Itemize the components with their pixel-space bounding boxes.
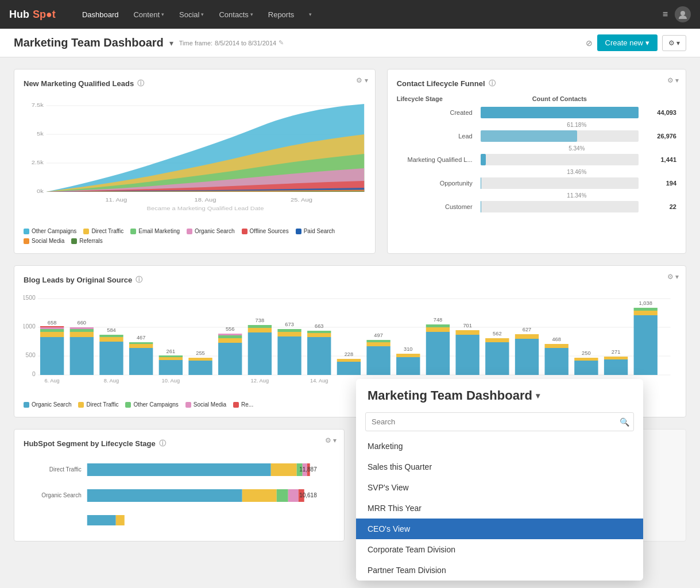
svg-rect-81 [485, 342, 509, 375]
svg-text:660: 660 [78, 320, 87, 326]
nav-reports[interactable]: Reports [262, 7, 300, 22]
svg-rect-109 [87, 463, 271, 476]
svg-rect-116 [87, 489, 242, 502]
funnel-count-lead: 26,976 [642, 133, 676, 140]
segment-info-icon[interactable]: ⓘ [159, 439, 166, 448]
svg-rect-64 [337, 362, 361, 375]
dropdown-chevron-icon[interactable]: ▾ [536, 391, 540, 400]
svg-text:25. Aug: 25. Aug [291, 197, 312, 203]
page-header: Marketing Team Dashboard ▾ Time frame: 8… [0, 29, 700, 57]
funnel-pct-lead: 61.18% [397, 122, 676, 128]
funnel-label-customer: Customer [397, 203, 477, 210]
nav-contacts[interactable]: Contacts ▾ [213, 7, 258, 22]
svg-rect-91 [574, 358, 598, 361]
leads-info-icon[interactable]: ⓘ [137, 79, 144, 88]
svg-rect-29 [70, 329, 94, 332]
funnel-col3 [642, 95, 676, 102]
nav-social[interactable]: Social ▾ [173, 7, 210, 22]
svg-rect-37 [129, 344, 153, 348]
svg-text:0k: 0k [37, 188, 44, 194]
funnel-bar-mql [481, 154, 639, 165]
nav-dashboard[interactable]: Dashboard [76, 7, 125, 22]
svg-rect-75 [426, 327, 450, 332]
svg-rect-24 [40, 327, 64, 329]
svg-text:10,618: 10,618 [299, 492, 317, 498]
leads-card-gear[interactable]: ⚙ ▾ [356, 76, 368, 84]
svg-text:11,887: 11,887 [299, 466, 317, 473]
funnel-card-title: Contact Lifecycle Funnel ⓘ [397, 79, 676, 88]
bar-legend-social: Social Media [185, 401, 226, 408]
dropdown-item-sales[interactable]: Sales this Quarter [356, 457, 643, 477]
leads-card-title: New Marketing Qualified Leads ⓘ [24, 79, 366, 88]
svg-text:556: 556 [226, 326, 235, 332]
navbar: HubSp●t Dashboard Content ▾ Social ▾ Con… [0, 0, 700, 29]
funnel-row-opp: 13.46% Opportunity 194 [397, 169, 676, 189]
funnel-label-opp: Opportunity [397, 180, 477, 187]
svg-rect-76 [426, 324, 450, 327]
dropdown-item-mrr[interactable]: MRR This Year [356, 498, 643, 519]
dropdown-item-corporate[interactable]: Corporate Team Division [356, 539, 643, 553]
svg-rect-52 [248, 332, 272, 375]
svg-text:701: 701 [463, 323, 472, 328]
svg-rect-118 [277, 489, 288, 502]
blog-leads-title: Blog Leads by Original Source ⓘ [24, 275, 676, 285]
funnel-row-created: Created 44,093 [397, 107, 676, 118]
svg-rect-62 [307, 331, 331, 333]
funnel-count-opp: 194 [642, 180, 676, 187]
funnel-title-text: Contact Lifecycle Funnel [397, 79, 485, 88]
funnel-card-gear[interactable]: ⚙ ▾ [667, 76, 679, 84]
area-chart: 7.5k 5k 2.5k 0k [24, 95, 366, 223]
svg-rect-96 [634, 315, 658, 375]
search-icon: 🔍 [620, 417, 629, 427]
nav-reports-chevron[interactable]: ▾ [303, 7, 318, 22]
logo[interactable]: HubSp●t [9, 9, 56, 21]
svg-text:627: 627 [523, 327, 532, 332]
svg-rect-84 [515, 339, 539, 375]
svg-text:663: 663 [315, 323, 324, 329]
page-header-right: ⊘ Create new ▾ ⚙ ▾ [586, 34, 686, 51]
area-chart-legend: Other Campaigns Direct Traffic Email Mar… [24, 228, 366, 244]
dropdown-item-svp[interactable]: SVP's View [356, 477, 643, 498]
segment-card-gear[interactable]: ⚙ ▾ [325, 436, 337, 444]
dropdown-title-label: Marketing Team Dashboard [368, 388, 532, 403]
funnel-label-created: Created [397, 109, 477, 116]
page-title-chevron[interactable]: ▾ [169, 38, 173, 48]
edit-icon[interactable]: ✎ [279, 39, 284, 47]
dropdown-list: Marketing Sales this Quarter SVP's View … [356, 436, 643, 553]
hamburger-icon[interactable]: ≡ [663, 9, 668, 20]
funnel-pct-customer: 11.34% [397, 192, 676, 199]
blog-info-icon[interactable]: ⓘ [136, 275, 142, 285]
legend-organic-search: Organic Search [187, 228, 234, 234]
funnel-info-icon[interactable]: ⓘ [489, 79, 496, 88]
svg-text:310: 310 [404, 346, 413, 352]
blog-card-gear[interactable]: ⚙ ▾ [667, 273, 679, 281]
svg-text:748: 748 [434, 317, 443, 323]
user-avatar[interactable] [675, 6, 691, 22]
nav-content[interactable]: Content ▾ [127, 7, 170, 22]
top-cards-row: New Marketing Qualified Leads ⓘ ⚙ ▾ 7.5k… [14, 69, 686, 254]
svg-rect-30 [70, 327, 94, 329]
svg-rect-48 [218, 338, 242, 343]
dropdown-item-marketing[interactable]: Marketing [356, 436, 643, 457]
segment-card-title: HubSpot Segment by Lifecycle Stage ⓘ [24, 439, 335, 448]
leads-card: New Marketing Qualified Leads ⓘ ⚙ ▾ 7.5k… [14, 69, 376, 254]
svg-text:673: 673 [285, 322, 294, 327]
create-chevron-icon: ▾ [645, 38, 649, 47]
svg-rect-54 [248, 325, 272, 328]
legend-other-campaigns: Other Campaigns [24, 228, 76, 234]
svg-rect-44 [188, 361, 212, 375]
svg-rect-68 [366, 342, 390, 346]
dashboard-settings-button[interactable]: ⚙ ▾ [662, 35, 686, 51]
svg-text:1,038: 1,038 [639, 300, 652, 306]
funnel-col1: Lifecycle Stage [397, 95, 477, 102]
nav-links: Dashboard Content ▾ Social ▾ Contacts ▾ … [76, 7, 318, 22]
dropdown-search-input[interactable] [365, 412, 634, 431]
svg-rect-119 [288, 489, 299, 502]
svg-rect-78 [455, 335, 479, 375]
svg-rect-25 [40, 326, 64, 327]
funnel-pct-mql: 5.34% [397, 145, 676, 152]
dropdown-item-ceo[interactable]: CEO's View [356, 519, 643, 539]
svg-text:8. Aug: 8. Aug [104, 378, 119, 384]
create-new-button[interactable]: Create new ▾ [597, 34, 658, 51]
svg-text:2.5k: 2.5k [32, 160, 44, 165]
